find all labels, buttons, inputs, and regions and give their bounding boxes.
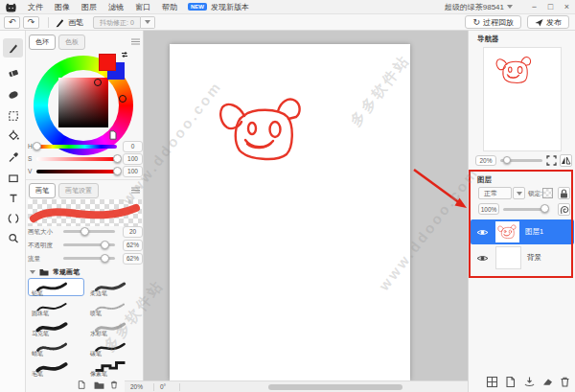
copy-color-icon[interactable] <box>109 130 117 140</box>
brush-panel-menu-icon[interactable] <box>131 187 140 194</box>
replay-button[interactable]: ↻ 过程回放 <box>465 15 521 29</box>
undo-button[interactable]: ↶ <box>4 16 20 29</box>
update-link[interactable]: 发现新版本 <box>211 2 249 12</box>
account-menu[interactable]: 超级的绿茶98541 <box>445 2 513 12</box>
canvas-page[interactable] <box>170 44 410 380</box>
brush-size-knob[interactable] <box>80 227 89 236</box>
brush-item-hairbrush[interactable]: 毛笔 <box>28 358 84 377</box>
eraser-icon <box>8 67 19 79</box>
canvas-zoom-value[interactable]: 20% <box>130 383 148 390</box>
opacity-label: 不透明度 <box>28 242 53 250</box>
brush-item-ballpoint[interactable]: 圆珠笔 <box>28 298 84 316</box>
canvas-rotation-value[interactable]: 0° <box>160 383 173 390</box>
hue-value: 0 <box>123 141 143 152</box>
brush-mode-label: 画笔 <box>68 17 83 28</box>
annotation-rectangle <box>469 170 573 278</box>
flip-canvas-button[interactable] <box>560 154 572 167</box>
hue-knob[interactable] <box>33 142 41 150</box>
new-version-badge: NEW <box>188 3 207 11</box>
brush-item-airbrush[interactable]: 喷笔 <box>86 298 143 316</box>
sv-marker[interactable] <box>94 79 102 86</box>
value-value: 100 <box>123 166 143 177</box>
merge-down-icon[interactable] <box>523 376 536 388</box>
left-panel: 色环 色板 H 0 S 100 V <box>26 31 144 392</box>
hue-slider[interactable] <box>36 145 117 149</box>
tool-shape[interactable] <box>3 169 23 188</box>
tab-color-wheel[interactable]: 色环 <box>29 35 56 50</box>
brush-item-softedge[interactable]: 柔边笔 <box>86 278 143 296</box>
marquee-icon <box>8 110 19 122</box>
value-knob[interactable] <box>113 167 122 175</box>
horizontal-scrollbar[interactable] <box>268 384 402 390</box>
stabilizer-chevron[interactable] <box>141 16 155 29</box>
account-name: 超级的绿茶98541 <box>445 2 504 12</box>
tool-eyedropper[interactable] <box>3 148 23 167</box>
navigator-zoom-value[interactable]: 20% <box>475 155 496 166</box>
publish-button[interactable]: 发布 <box>527 15 569 29</box>
flip-icon <box>561 155 571 166</box>
navigator-thumbnail[interactable] <box>483 47 562 151</box>
menu-filter[interactable]: 滤镜 <box>103 2 129 12</box>
brush-list: 铅笔 柔边笔 圆珠笔 喷笔 马克笔 水彩笔 <box>28 278 143 378</box>
saturation-knob[interactable] <box>113 154 122 163</box>
hue-marker[interactable] <box>119 95 126 103</box>
publish-label: 发布 <box>546 17 562 28</box>
brush-folder-icon[interactable] <box>94 380 104 390</box>
rotate-icon <box>8 213 19 224</box>
close-button[interactable]: × <box>559 2 575 12</box>
saturation-slider[interactable] <box>36 157 117 161</box>
delete-brush-icon[interactable] <box>109 380 119 390</box>
menu-window[interactable]: 窗口 <box>129 2 156 12</box>
menu-file[interactable]: 文件 <box>22 2 49 12</box>
swap-colors-icon[interactable] <box>121 51 128 58</box>
fit-view-icon[interactable] <box>546 155 557 166</box>
tool-select[interactable] <box>3 106 23 126</box>
tool-eraser[interactable] <box>3 63 23 82</box>
brush-item-pixel[interactable]: 像素笔 <box>86 358 143 377</box>
add-layer-icon[interactable] <box>486 376 498 388</box>
brush-item-watercolor[interactable]: 水彩笔 <box>86 318 143 336</box>
tool-smudge[interactable] <box>3 85 23 104</box>
tab-swatches[interactable]: 色板 <box>58 35 85 50</box>
flow-knob[interactable] <box>101 254 109 263</box>
tool-brush[interactable] <box>3 38 23 58</box>
smudge-icon <box>8 89 19 101</box>
chevron-down-icon <box>30 270 35 274</box>
chevron-down-icon <box>507 5 513 9</box>
tool-text[interactable] <box>3 189 23 208</box>
hue-label: H <box>28 143 33 150</box>
tab-brush-settings[interactable]: 画笔设置 <box>58 183 99 198</box>
delete-layer-icon[interactable] <box>559 376 571 388</box>
maximize-button[interactable]: □ <box>542 2 559 12</box>
brush-size-value: 20 <box>123 226 143 238</box>
minimize-button[interactable]: − <box>526 2 542 12</box>
brush-item-charcoal[interactable]: 碳笔 <box>86 338 143 357</box>
tool-fill[interactable] <box>3 126 23 145</box>
brush-group-header[interactable]: 常规画笔 <box>30 267 80 277</box>
color-panel-menu-icon[interactable] <box>131 38 140 45</box>
menu-help[interactable]: 帮助 <box>156 2 183 12</box>
app-logo <box>5 2 17 12</box>
sv-square[interactable] <box>58 78 108 127</box>
duplicate-layer-icon[interactable] <box>504 376 517 388</box>
tool-zoom[interactable] <box>3 229 23 248</box>
opacity-knob[interactable] <box>101 241 109 249</box>
menu-image[interactable]: 图像 <box>49 2 76 12</box>
redo-button[interactable]: ↷ <box>23 16 39 29</box>
foreground-color-swatch[interactable] <box>99 54 116 71</box>
brush-size-slider[interactable] <box>63 230 115 233</box>
toolbar: ↶ ↷ 画笔 抖动修正: 0 ↻ 过程回放 发布 <box>0 14 575 31</box>
tab-brush[interactable]: 画笔 <box>29 183 56 198</box>
new-brush-icon[interactable] <box>77 380 86 390</box>
stabilizer-dropdown[interactable]: 抖动修正: 0 <box>93 16 141 29</box>
value-slider[interactable] <box>36 170 117 173</box>
navigator-zoom-knob[interactable] <box>503 156 511 164</box>
tool-rotate-canvas[interactable] <box>3 209 23 228</box>
menu-layer[interactable]: 图层 <box>76 2 103 12</box>
clear-layer-icon[interactable] <box>541 376 554 388</box>
chevron-down-icon <box>145 20 150 24</box>
brush-item-pencil[interactable]: 铅笔 <box>28 278 84 296</box>
brush-stroke-preview <box>28 199 142 226</box>
brush-item-marker[interactable]: 马克笔 <box>28 318 84 336</box>
brush-item-crayon[interactable]: 蜡笔 <box>28 338 84 357</box>
